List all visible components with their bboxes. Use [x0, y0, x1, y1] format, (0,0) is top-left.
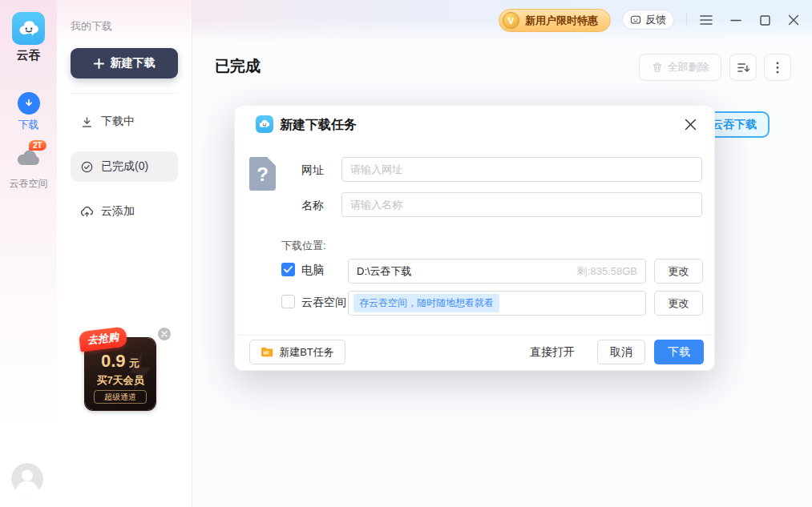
url-label: 网址 — [301, 163, 324, 178]
sidebar-item-completed[interactable]: 已完成(0) — [71, 151, 178, 182]
feedback-smiley-icon — [630, 14, 641, 26]
app-window: 云吞 下载 2T 云吞空间 我的下载 新建下载 下载中 已完成(0) 云 — [0, 0, 812, 507]
close-icon — [685, 119, 697, 131]
change-pc-path-button[interactable]: 更改 — [654, 259, 703, 284]
minimize-icon — [730, 14, 741, 26]
delete-all-label: 全部删除 — [668, 60, 709, 74]
svg-text:?: ? — [257, 163, 269, 185]
plus-icon — [94, 58, 104, 69]
sidebar: 我的下载 新建下载 下载中 已完成(0) 云添加 0.9 元 买7天会员 超级通… — [57, 0, 192, 507]
change-cloud-path-button[interactable]: 更改 — [654, 291, 703, 316]
pc-path-field[interactable]: D:\云吞下载 剩:835.58GB — [348, 259, 646, 284]
promo-channel: 超级通道 — [94, 390, 147, 404]
sidebar-section-title: 我的下载 — [71, 19, 112, 34]
dialog-close-button[interactable] — [682, 116, 698, 132]
cloud-space-field[interactable]: 存云吞空间，随时随地想看就看 — [348, 291, 646, 316]
new-user-offer-pill[interactable]: V 新用户限时特惠 — [499, 9, 611, 32]
close-window-button[interactable] — [783, 10, 804, 30]
svg-text:BT: BT — [265, 351, 269, 355]
cancel-button[interactable]: 取消 — [597, 340, 645, 364]
left-rail: 云吞 下载 2T 云吞空间 — [0, 0, 57, 507]
new-download-button[interactable]: 新建下载 — [71, 48, 178, 78]
free-space-value: 剩:835.58GB — [577, 264, 637, 279]
sidebar-item-label: 下载中 — [101, 115, 135, 129]
download-button[interactable]: 下载 — [654, 340, 704, 364]
dialog-footer-divider — [235, 335, 716, 336]
cloud-add-icon — [80, 205, 94, 219]
sidebar-item-label: 云添加 — [101, 204, 135, 219]
name-input[interactable] — [341, 192, 702, 217]
check-icon — [284, 266, 293, 273]
more-options-button[interactable] — [764, 54, 791, 81]
pc-path-value: D:\云吞下载 — [357, 264, 577, 279]
new-bt-task-button[interactable]: BT 新建BT任务 — [249, 340, 345, 364]
offer-label: 新用户限时特惠 — [525, 14, 598, 28]
check-circle-icon — [80, 160, 94, 174]
close-icon — [161, 331, 168, 337]
download-location-label: 下载位置: — [281, 239, 326, 253]
pc-label: 电脑 — [301, 264, 324, 278]
feedback-button[interactable]: 反馈 — [622, 10, 674, 30]
cloud-space-label: 云吞空间 — [301, 296, 346, 310]
page-title: 已完成 — [215, 56, 261, 77]
cloud-space-hint: 存云吞空间，随时随地想看就看 — [353, 294, 499, 312]
maximize-icon — [760, 15, 770, 26]
space-capacity-badge: 2T — [29, 140, 46, 151]
sidebar-item-downloading[interactable]: 下载中 — [71, 107, 178, 136]
minimize-button[interactable] — [725, 10, 746, 30]
app-name: 云吞 — [0, 48, 57, 63]
sidebar-item-cloud-add[interactable]: 云添加 — [71, 197, 178, 226]
delete-all-button[interactable]: 全部删除 — [639, 54, 721, 81]
close-icon — [788, 14, 799, 26]
unknown-file-icon: ? — [249, 157, 276, 191]
dialog-title: 新建下载任务 — [280, 117, 357, 134]
user-avatar[interactable] — [11, 463, 43, 495]
dialog-app-icon — [256, 115, 273, 133]
titlebar-divider — [686, 13, 687, 26]
downloading-icon — [80, 115, 94, 129]
sidebar-item-label: 已完成(0) — [101, 159, 148, 174]
feedback-label: 反馈 — [645, 13, 666, 27]
new-bt-task-label: 新建BT任务 — [279, 345, 334, 360]
promo-price: 0.9 元 — [85, 351, 156, 372]
app-logo-icon — [12, 12, 45, 45]
name-label: 名称 — [301, 199, 324, 213]
pc-checkbox[interactable] — [281, 263, 295, 276]
nav-download-icon[interactable] — [18, 92, 40, 115]
url-input[interactable] — [341, 157, 702, 182]
promo-close-button[interactable] — [158, 328, 171, 340]
trash-icon — [652, 62, 663, 73]
menu-button[interactable] — [696, 10, 717, 30]
maximize-button[interactable] — [754, 10, 775, 30]
cloud-space-checkbox[interactable] — [281, 295, 295, 308]
hamburger-icon — [699, 14, 713, 26]
promo-subtitle: 买7天会员 — [85, 373, 156, 388]
new-download-label: 新建下载 — [111, 56, 156, 70]
sidebar-divider — [71, 93, 178, 94]
sort-button[interactable] — [729, 54, 757, 81]
nav-download-label[interactable]: 下载 — [0, 118, 57, 132]
bt-folder-icon: BT — [261, 347, 273, 357]
sort-icon — [737, 62, 750, 74]
vip-icon: V — [503, 12, 519, 29]
nav-space-label[interactable]: 云吞空间 — [0, 177, 57, 191]
kebab-menu-icon — [776, 62, 779, 74]
open-directly-link[interactable]: 直接打开 — [530, 345, 575, 360]
new-download-task-dialog: 新建下载任务 ? 网址 名称 下载位置: 电脑 D:\云吞下载 剩:835.58… — [234, 105, 715, 371]
